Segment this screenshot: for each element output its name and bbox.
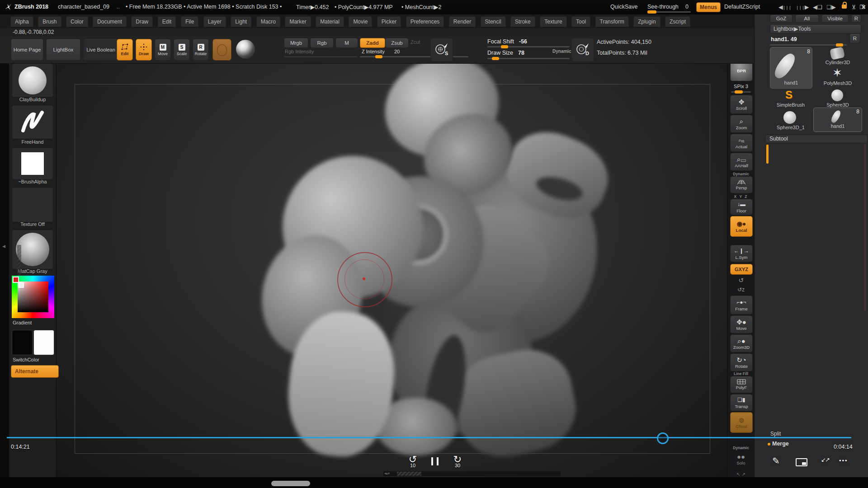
annotate-pencil-icon[interactable]: ✎	[772, 455, 780, 466]
subtool-scrollbar[interactable]	[864, 144, 866, 311]
tool-thumb-hand1[interactable]: 8 hand1	[813, 108, 862, 132]
move3d-button[interactable]: ✥● Move	[730, 315, 753, 333]
default-zscript-button[interactable]: DefaultZScript	[724, 4, 760, 10]
zsub-button[interactable]: Zsub	[385, 38, 409, 48]
menu-item-movie[interactable]: Movie	[349, 16, 372, 27]
zoom3d-button[interactable]: ⌕● Zoom3D	[730, 334, 753, 352]
rgb-button[interactable]: Rgb	[310, 38, 334, 48]
scrub-left-icon[interactable]: ◀❘❘❘	[778, 4, 791, 10]
menu-item-texture[interactable]: Texture	[540, 16, 566, 27]
lsym-button[interactable]: ←❙→ L.Sym	[730, 245, 753, 262]
rotate-free-icon[interactable]: ↺	[730, 276, 752, 285]
rotate3d-button[interactable]: ↻◔ Rotate	[730, 353, 753, 371]
material-preview-button[interactable]	[236, 40, 255, 59]
panel-collapse-arrow-icon[interactable]: ◀	[2, 244, 5, 249]
secondary-color-swatch[interactable]	[33, 330, 54, 355]
gradient-label[interactable]: Gradient	[9, 320, 56, 325]
minimize-icon[interactable]: ⊻	[852, 4, 856, 10]
switch-color-button[interactable]: SwitchColor	[9, 357, 56, 362]
menu-item-stroke[interactable]: Stroke	[510, 16, 535, 27]
dynamic-solo-label[interactable]: Dynamic	[727, 446, 755, 450]
pause-button[interactable]	[429, 457, 440, 467]
menu-item-picker[interactable]: Picker	[377, 16, 401, 27]
sv-cursor[interactable]	[19, 282, 24, 288]
edit-button[interactable]: Edit	[117, 39, 133, 61]
menu-item-brush[interactable]: Brush	[38, 16, 61, 27]
scroll-button[interactable]: ✥ Scroll	[730, 95, 753, 114]
menu-item-stencil[interactable]: Stencil	[481, 16, 506, 27]
rotate-z-icon[interactable]: ↺z	[730, 286, 752, 294]
mrgb-button[interactable]: Mrgb	[284, 38, 308, 48]
rgb-intensity-label[interactable]: Rgb Intensity	[285, 49, 314, 54]
zcut-button[interactable]: Zcut	[410, 39, 420, 45]
menu-item-light[interactable]: Light	[231, 16, 251, 27]
merge-section-header[interactable]: Merge	[772, 441, 789, 447]
move-button[interactable]: M Move	[155, 39, 171, 61]
spix-track[interactable]	[731, 91, 751, 93]
split-section-header[interactable]: Split	[770, 431, 781, 437]
more-options-icon[interactable]: •••	[839, 457, 848, 464]
focal-shift-label[interactable]: Focal Shift	[487, 38, 514, 45]
ghost-button[interactable]: ◍ Ghost	[730, 412, 753, 433]
forward-30-button[interactable]: ↻ 30	[448, 455, 467, 473]
main-color-swatch[interactable]	[12, 330, 33, 355]
focal-brush-button[interactable]: S	[430, 38, 453, 61]
floor-axes-toggles[interactable]: X Y Z	[727, 194, 755, 199]
tool-thumb-hand1-active[interactable]: 8 hand1	[770, 47, 812, 89]
actual-button[interactable]: ⌕ₓ₁ Actual	[730, 134, 753, 152]
menu-item-marker[interactable]: Marker	[285, 16, 311, 27]
hue-cursor[interactable]	[13, 277, 19, 283]
dynamic-persp-label[interactable]: Dynamic	[727, 172, 755, 176]
draw-button[interactable]: Draw	[136, 39, 152, 61]
rewind-10-button[interactable]: ↺ 10	[404, 455, 422, 473]
tool-thumb-sphere3d[interactable]: Sphere3D	[814, 89, 861, 109]
viewport[interactable]	[56, 63, 727, 477]
current-brush-button[interactable]	[12, 63, 53, 98]
line-fill-label[interactable]: Line Fill	[727, 371, 755, 376]
menu-item-edit[interactable]: Edit	[158, 16, 176, 27]
tool-thumb-simplebrush[interactable]: S SimpleBrush	[770, 89, 811, 109]
rotate-button[interactable]: R Rotate	[193, 39, 209, 61]
tool-thumb-polymesh3d[interactable]: ✶ PolyMesh3D	[814, 68, 861, 88]
zoom-button[interactable]: ⌕ Zoom	[730, 115, 753, 133]
visible-button[interactable]: Visible	[821, 14, 849, 23]
tool-thumb-sphere3d-1[interactable]: Sphere3D_1	[770, 111, 811, 133]
alternate-button[interactable]: Alternate	[11, 365, 59, 378]
draw-size-slider[interactable]	[487, 58, 570, 59]
persp-button[interactable]: Persp	[730, 176, 753, 193]
scrub-right-icon[interactable]: ❘❘❘▶	[796, 4, 808, 10]
local-button[interactable]: ◉● Local	[730, 216, 753, 237]
menu-item-render[interactable]: Render	[449, 16, 476, 27]
video-progress-bar[interactable]	[7, 437, 851, 438]
tool-thumb-cylinder3d[interactable]: Cylinder3D	[814, 47, 861, 67]
draw-size-label[interactable]: Draw Size	[487, 50, 513, 56]
hscroll-arrows-icon[interactable]: ◂▴▾	[384, 471, 390, 475]
r-button-tool[interactable]: R	[849, 33, 860, 43]
z-intensity-label[interactable]: Z Intensity	[362, 49, 385, 54]
menus-button[interactable]: Menus	[696, 2, 721, 12]
doc-prev-icon[interactable]: ◀❏	[813, 4, 822, 10]
quicksave-button[interactable]: QuickSave	[610, 4, 637, 10]
video-playhead[interactable]	[657, 432, 669, 444]
lock-icon[interactable]	[842, 5, 847, 9]
scale-button[interactable]: S Scale	[174, 39, 190, 61]
close-window-icon[interactable]: ✕	[861, 4, 866, 10]
live-boolean-button[interactable]: Live Boolean	[83, 39, 118, 61]
menu-item-alpha[interactable]: Alpha	[10, 16, 33, 27]
current-tool-name[interactable]: hand1. 49	[771, 36, 797, 42]
lightbox-tools-breadcrumb[interactable]: Lightbox▶Tools	[770, 24, 861, 33]
menu-item-transform[interactable]: Transform	[595, 16, 629, 27]
menu-item-preferences[interactable]: Preferences	[406, 16, 444, 27]
current-texture-button[interactable]	[12, 187, 53, 222]
doc-next-icon[interactable]: ❏▶	[826, 4, 836, 10]
zadd-button[interactable]: Zadd	[360, 38, 385, 48]
r-button-top[interactable]: R	[851, 14, 861, 23]
stroke-preview-button[interactable]	[212, 39, 231, 61]
menu-item-macro[interactable]: Macro	[256, 16, 280, 27]
menu-item-draw[interactable]: Draw	[131, 16, 153, 27]
tool-slider[interactable]	[770, 44, 847, 46]
current-alpha-button[interactable]	[12, 147, 53, 180]
menu-item-file[interactable]: File	[181, 16, 198, 27]
see-through-slider[interactable]	[647, 11, 691, 13]
aahalf-button[interactable]: ⌕▭ AAHalf	[730, 153, 753, 171]
